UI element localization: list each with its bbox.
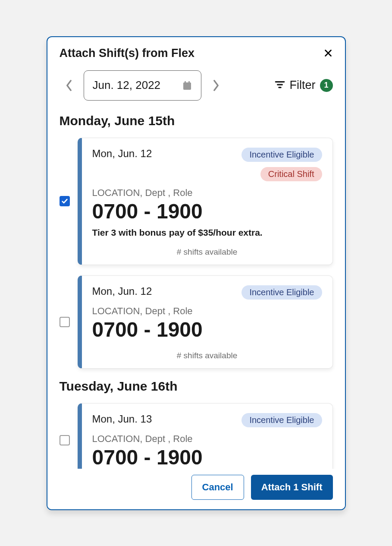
svg-rect-3 [185,81,186,83]
shift-note: Tier 3 with bonus pay of $35/hour extra. [92,227,322,238]
shift-row: Mon, Jun. 12 Incentive Eligible LOCATION… [60,275,333,369]
shift-checkbox[interactable] [60,435,70,445]
shift-meta: LOCATION, Dept , Role [92,306,322,317]
shift-card[interactable]: Mon, Jun. 12 Incentive Eligible LOCATION… [78,275,333,369]
day-heading: Monday, June 15th [60,114,333,128]
shift-checkbox[interactable] [60,317,70,327]
calendar-icon [182,80,192,91]
card-header: Mon, Jun. 12 Incentive Eligible [92,285,322,300]
shift-time: 0700 - 1900 [92,199,322,223]
filter-count-badge: 1 [320,79,333,92]
filter-icon [274,79,285,92]
shift-time: 0700 - 1900 [92,318,322,341]
shift-meta: LOCATION, Dept , Role [92,187,322,199]
prev-day-button[interactable] [60,76,78,95]
incentive-pill: Incentive Eligible [241,413,322,427]
attach-shifts-modal: Attach Shift(s) from Flex Jun. 12, 2022 … [47,36,346,510]
incentive-pill: Incentive Eligible [241,148,322,162]
filter-button[interactable]: Filter 1 [274,79,333,92]
shift-availability: # shifts available [92,247,322,257]
date-picker-value: Jun. 12, 2022 [93,79,161,92]
modal-title: Attach Shift(s) from Flex [60,47,195,60]
incentive-pill: Incentive Eligible [241,285,322,300]
date-picker[interactable]: Jun. 12, 2022 [84,70,202,101]
pill-stack: Incentive Eligible Critical Shift [241,148,322,181]
modal-header: Attach Shift(s) from Flex [47,37,345,60]
svg-rect-2 [183,82,191,90]
shift-meta: LOCATION, Dept , Role [92,433,322,445]
shift-date: Mon, Jun. 13 [92,413,152,425]
attach-button[interactable]: Attach 1 Shift [251,475,333,500]
shift-row: Mon, Jun. 13 Incentive Eligible LOCATION… [60,403,333,469]
shift-date: Mon, Jun. 12 [92,148,152,160]
modal-footer: Cancel Attach 1 Shift [47,469,345,509]
shift-card[interactable]: Mon, Jun. 13 Incentive Eligible LOCATION… [78,403,333,469]
critical-pill: Critical Shift [260,167,322,181]
day-heading: Tuesday, June 16th [60,379,333,394]
pill-stack: Incentive Eligible [241,285,322,300]
filter-label: Filter [290,79,316,92]
shift-availability: # shifts available [92,351,322,360]
shift-list: Monday, June 15th Mon, Jun. 12 Incentive… [47,106,345,469]
shift-date: Mon, Jun. 12 [92,285,152,297]
next-day-button[interactable] [207,76,226,95]
card-header: Mon, Jun. 13 Incentive Eligible [92,413,322,427]
shift-card[interactable]: Mon, Jun. 12 Incentive Eligible Critical… [78,138,333,265]
cancel-button[interactable]: Cancel [191,475,244,500]
shift-time: 0700 - 1900 [92,445,322,469]
shift-row: Mon, Jun. 12 Incentive Eligible Critical… [60,138,333,265]
controls-row: Jun. 12, 2022 Filter 1 [47,60,345,106]
pill-stack: Incentive Eligible [241,413,322,427]
card-header: Mon, Jun. 12 Incentive Eligible Critical… [92,148,322,181]
shift-checkbox[interactable] [60,196,70,206]
svg-rect-4 [188,81,190,83]
close-icon[interactable] [323,48,333,58]
